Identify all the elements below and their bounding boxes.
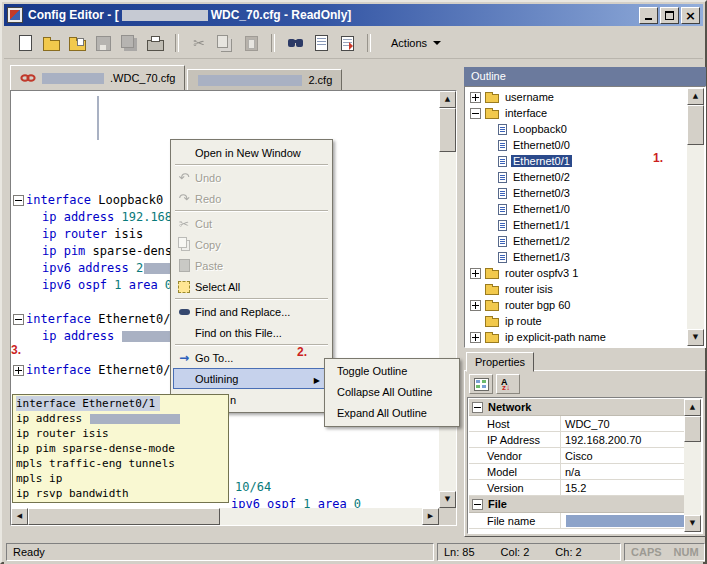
fold-expand-icon[interactable] [13,365,24,376]
scroll-left-button[interactable] [11,508,28,525]
tab-2-cfg[interactable]: 2.cfg [187,69,342,90]
find-in-file-button[interactable] [308,32,334,55]
collapse-icon[interactable] [472,402,483,413]
save-button[interactable] [90,32,116,55]
categorized-button[interactable] [469,374,493,394]
scrollbar-thumb[interactable] [28,508,220,525]
property-row-vendor[interactable]: VendorCisco [469,448,685,464]
editor-horizontal-scrollbar[interactable] [11,508,439,525]
menu-item-cut[interactable]: Cut [173,213,330,234]
outline-item-router-isis[interactable]: router isis [466,281,688,297]
find-button[interactable] [282,32,308,55]
text-token: ip pim sparse-dense-mode [16,442,175,455]
property-row-model[interactable]: Modeln/a [469,464,685,480]
menu-item-paste[interactable]: Paste [173,255,330,276]
outline-item-ethernet0-2[interactable]: Ethernet0/2 [466,169,688,185]
outline-item-ethernet1-3[interactable]: Ethernet1/3 [466,249,688,265]
outline-item-ip-route[interactable]: ip route [466,313,688,329]
scroll-right-button[interactable] [422,508,439,525]
fold-margin [11,294,26,311]
scroll-up-button[interactable] [687,88,704,105]
open-file-button[interactable] [38,32,64,55]
annotation-1: 1. [653,151,663,165]
tab-label: .WDC_70.cfg [110,72,175,84]
new-file-button[interactable] [12,32,38,55]
menu-item-open-in-new-window[interactable]: Open in New Window [173,142,330,163]
property-row-version[interactable]: Version15.2 [469,480,685,496]
menu-item-find-on-this-file[interactable]: Find on this File... [173,322,330,343]
expand-icon[interactable] [470,92,481,103]
scroll-down-button[interactable] [439,491,456,508]
annotation-3: 3. [11,343,21,357]
collapse-icon[interactable] [472,499,483,510]
property-name: File name [469,513,561,528]
properties-panel: NetworkHostWDC_70IP Address192.168.200.7… [464,370,706,537]
outline-item-ethernet0-3[interactable]: Ethernet0/3 [466,185,688,201]
menu-item-undo[interactable]: Undo [173,167,330,188]
scroll-up-button[interactable] [439,91,456,108]
config-doc-icon [498,252,507,263]
scroll-down-button[interactable] [687,329,704,346]
paste-button[interactable] [238,32,264,55]
tab-wdc-70-cfg[interactable]: .WDC_70.cfg [10,65,185,90]
minimize-icon [645,18,652,20]
tab-properties[interactable]: Properties [466,352,534,372]
property-category-file[interactable]: File [469,496,685,513]
actions-button[interactable]: Actions [382,32,450,54]
cut-button[interactable] [186,32,212,55]
submenu-item-expand-all-outline[interactable]: Expand All Outline [327,403,457,424]
menu-item-label: Cut [195,218,212,230]
fold-collapse-icon[interactable] [13,195,24,206]
property-row-host[interactable]: HostWDC_70 [469,416,685,432]
outline-scrollbar[interactable] [687,88,704,346]
expand-icon[interactable] [470,332,481,343]
property-row-ip-address[interactable]: IP Address192.168.200.70 [469,432,685,448]
copy-button[interactable] [212,32,238,55]
menu-item-find-and-replace[interactable]: Find and Replace... [173,301,330,322]
text-token: ipv6 ospf [231,497,303,508]
scrollbar-thumb[interactable] [687,105,704,145]
scroll-down-button[interactable] [684,515,701,532]
save-all-button[interactable] [116,32,142,55]
outline-item-router-bgp-60[interactable]: router bgp 60 [466,297,688,313]
editor-vertical-scrollbar[interactable] [439,91,456,508]
outline-item-router-ospfv3-1[interactable]: router ospfv3 1 [466,265,688,281]
property-row-file-name[interactable]: File name [469,513,685,529]
property-name: Version [469,480,561,495]
outline-item-ethernet1-0[interactable]: Ethernet1/0 [466,201,688,217]
outline-item-ethernet1-1[interactable]: Ethernet1/1 [466,217,688,233]
scrollbar-thumb[interactable] [439,108,456,152]
property-name: IP Address [469,432,561,447]
window-title-prefix: Config Editor - [ [28,8,119,22]
print-button[interactable] [142,32,168,55]
outline-item-ip-explicit-path-name[interactable]: ip explicit-path name [466,329,688,345]
menu-item-outlining[interactable]: Outlining [173,368,330,389]
properties-scrollbar[interactable] [684,399,701,532]
outline-item-ethernet1-2[interactable]: Ethernet1/2 [466,233,688,249]
outline-item-interface[interactable]: interface [466,105,688,121]
submenu-item-collapse-all-outline[interactable]: Collapse All Outline [327,382,457,403]
collapse-icon[interactable] [470,108,481,119]
menu-item-select-all[interactable]: Select All [173,276,330,297]
close-button[interactable] [681,7,700,24]
restore-button[interactable] [660,7,679,24]
text-token: ip address [16,412,89,425]
expand-icon[interactable] [470,300,481,311]
expand-icon[interactable] [470,268,481,279]
submenu-item-toggle-outline[interactable]: Toggle Outline [327,361,457,382]
outline-item-username[interactable]: username [466,89,688,105]
title-bar[interactable]: Config Editor - [ WDC_70.cfg - ReadOnly] [4,4,703,26]
scrollbar-thumb[interactable] [684,416,701,442]
alphabetical-sort-button[interactable] [496,374,520,394]
actions-label: Actions [391,37,427,49]
menu-item-copy[interactable]: Copy [173,234,330,255]
open-folder-button[interactable] [64,32,90,55]
scroll-up-button[interactable] [684,399,701,416]
minimize-button[interactable] [639,7,658,24]
outline-item-loopback0[interactable]: Loopback0 [466,121,688,137]
property-category-network[interactable]: Network [469,399,685,416]
properties-toolbar [465,371,705,395]
fold-collapse-icon[interactable] [13,314,24,325]
goto-button[interactable] [334,32,360,55]
menu-item-redo[interactable]: Redo [173,188,330,209]
